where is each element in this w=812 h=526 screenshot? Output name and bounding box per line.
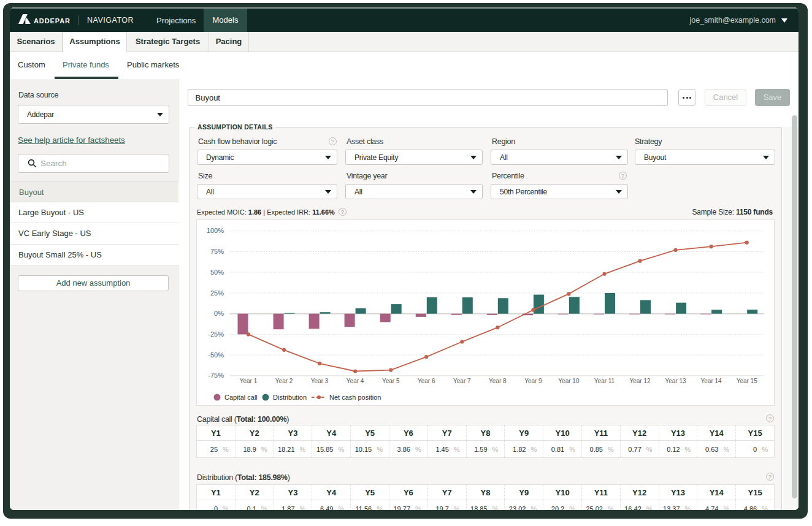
svg-text:50%: 50%: [210, 269, 224, 276]
svg-text:Capital call: Capital call: [224, 394, 258, 401]
svg-text:75%: 75%: [210, 248, 224, 255]
svg-text:Year 1: Year 1: [240, 378, 258, 384]
svg-text:Year 2: Year 2: [275, 378, 293, 384]
svg-text:Year 8: Year 8: [489, 378, 507, 384]
svg-text:-50%: -50%: [208, 351, 224, 359]
svg-text:Year 6: Year 6: [418, 378, 435, 384]
svg-text:Year 13: Year 13: [665, 378, 687, 384]
svg-text:100%: 100%: [207, 227, 224, 234]
svg-text:Net cash position: Net cash position: [329, 394, 381, 401]
svg-text:Year 3: Year 3: [311, 378, 329, 384]
svg-text:-25%: -25%: [208, 330, 224, 338]
svg-text:0%: 0%: [214, 310, 224, 317]
svg-text:Year 11: Year 11: [594, 378, 615, 384]
svg-text:Year 9: Year 9: [524, 378, 542, 384]
svg-text:Year 15: Year 15: [737, 378, 758, 384]
svg-text:Year 7: Year 7: [453, 378, 471, 384]
svg-text:Year 10: Year 10: [558, 378, 580, 384]
svg-text:Year 5: Year 5: [382, 378, 400, 384]
svg-text:Distribution: Distribution: [273, 394, 307, 401]
svg-text:Year 12: Year 12: [629, 378, 651, 384]
svg-text:-75%: -75%: [208, 372, 224, 379]
svg-text:Year 14: Year 14: [701, 378, 722, 384]
svg-text:25%: 25%: [210, 289, 224, 297]
svg-text:Year 4: Year 4: [347, 378, 364, 384]
